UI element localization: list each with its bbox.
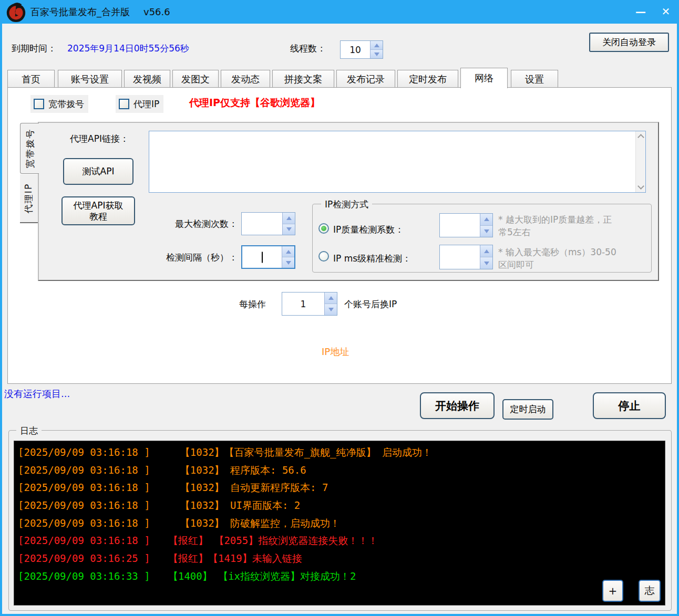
ip-ms-spinner[interactable]	[439, 245, 493, 269]
tab-post-dynamic[interactable]: 发动态	[221, 70, 270, 88]
proxy-ip-checkbox[interactable]: 代理IP	[116, 95, 163, 113]
per-op-prefix-label: 每操作	[239, 298, 266, 310]
tab-post-video[interactable]: 发视频	[124, 70, 170, 88]
ip-quality-radio-label: IP质量检测系数：	[333, 224, 404, 236]
spin-up-button[interactable]	[480, 214, 492, 225]
tab-account-settings[interactable]: 账号设置	[58, 70, 122, 88]
log-line: [2025/09/09 03:16:18 ] 【1032】【百家号批量发布_旗舰…	[18, 446, 432, 460]
proxy-warning-note: 代理IP仅支持【谷歌浏览器】	[189, 96, 320, 110]
expiry-label: 到期时间：	[12, 43, 56, 55]
log-plus-button[interactable]: +	[602, 580, 623, 602]
max-check-value[interactable]	[242, 213, 282, 235]
stop-button[interactable]: 停止	[593, 392, 666, 419]
per-op-value[interactable]: 1	[282, 293, 324, 315]
tab-settings[interactable]: 设置	[511, 70, 558, 88]
broadband-dial-checkbox[interactable]: 宽带拨号	[30, 95, 88, 113]
spin-down-button[interactable]	[371, 49, 383, 58]
window-version: v56.6	[143, 6, 170, 17]
down-arrow-icon	[374, 53, 379, 56]
down-arrow-icon	[286, 227, 292, 231]
side-tab-proxy-ip[interactable]: 代理IP	[20, 174, 38, 223]
tab-splice-copy[interactable]: 拼接文案	[272, 70, 334, 88]
checkbox-box[interactable]	[34, 99, 44, 109]
spin-down-button[interactable]	[282, 257, 294, 268]
up-arrow-icon	[286, 216, 292, 220]
per-op-spinner[interactable]: 1	[282, 292, 337, 316]
app-window: 百家号批量发布_合并版 v56.6 — ✕ 到期时间： 2025年9月14日0时…	[0, 0, 679, 616]
threads-label: 线程数：	[290, 43, 326, 55]
check-interval-spinner[interactable]	[241, 245, 295, 269]
ip-quality-value[interactable]	[440, 214, 480, 237]
tab-network[interactable]: 网络	[460, 68, 508, 88]
spin-up-button[interactable]	[283, 213, 295, 224]
max-check-label: 最大检测次数：	[152, 218, 238, 230]
minimize-button[interactable]: —	[630, 3, 652, 20]
spin-down-button[interactable]	[325, 304, 337, 315]
spin-up-button[interactable]	[371, 41, 383, 49]
up-arrow-icon	[374, 44, 379, 47]
scroll-down-icon[interactable]	[637, 183, 644, 190]
ip-address-label: IP地址	[322, 346, 349, 358]
log-line: [2025/09/09 03:16:33 ] 【1400】 【ix指纹浏览器】对…	[18, 570, 356, 583]
scroll-up-icon[interactable]	[637, 134, 644, 141]
tab-publish-records[interactable]: 发布记录	[336, 70, 395, 88]
log-line: [2025/09/09 03:16:18 ] 【1032】 程序版本: 56.6	[18, 464, 306, 477]
tab-post-article[interactable]: 发图文	[172, 70, 219, 88]
close-button[interactable]: ✕	[655, 3, 677, 20]
text-cursor	[262, 252, 263, 263]
side-tab-broadband[interactable]: 宽带拨号	[20, 123, 39, 174]
up-arrow-icon	[484, 249, 489, 253]
log-line: [2025/09/09 03:16:18 ] 【1032】 防破解监控，启动成功…	[18, 517, 340, 530]
window-title: 百家号批量发布_合并版	[30, 6, 130, 18]
checkbox-box[interactable]	[119, 99, 129, 109]
threads-value[interactable]: 10	[341, 41, 370, 58]
max-check-spinner[interactable]	[241, 212, 295, 235]
checkbox-label: 宽带拨号	[48, 98, 84, 110]
log-zhi-button[interactable]: 志	[639, 580, 661, 602]
log-line: [2025/09/09 03:16:18 ] 【1032】 UI界面版本: 2	[18, 499, 300, 513]
checkbox-label: 代理IP	[133, 98, 159, 110]
log-line: [2025/09/09 03:16:18 ] 【报红】 【2055】指纹浏览器连…	[18, 534, 378, 548]
tab-scheduled-publish[interactable]: 定时发布	[397, 70, 458, 88]
check-interval-value[interactable]	[242, 246, 282, 268]
proxy-api-tutorial-button[interactable]: 代理API获取 教程	[61, 196, 135, 225]
log-title: 日志	[16, 425, 42, 437]
scheduled-start-button[interactable]: 定时启动	[502, 399, 553, 420]
up-arrow-icon	[286, 250, 291, 254]
spin-up-button[interactable]	[282, 246, 294, 257]
proxy-api-link-label: 代理API链接：	[70, 133, 129, 145]
down-arrow-icon	[328, 308, 334, 311]
status-text: 没有运行项目...	[4, 388, 70, 400]
app-logo-icon	[5, 1, 27, 23]
proxy-api-link-textarea[interactable]	[149, 131, 646, 193]
textarea-scrollbar[interactable]	[635, 131, 645, 192]
down-arrow-icon	[286, 261, 291, 265]
ip-quality-spinner[interactable]	[439, 213, 493, 237]
spin-down-button[interactable]	[480, 257, 492, 269]
check-interval-label: 检测间隔（秒）：	[143, 252, 238, 264]
up-arrow-icon	[484, 217, 489, 221]
expiry-value: 2025年9月14日0时55分56秒	[67, 43, 189, 55]
per-op-suffix-label: 个账号后换IP	[344, 298, 397, 310]
test-api-button[interactable]: 测试API	[63, 158, 133, 185]
ip-ms-radio[interactable]	[318, 251, 329, 262]
threads-spinner[interactable]: 10	[340, 40, 383, 59]
ip-quality-hint: * 越大取到的IP质量越差，正 常5左右	[498, 213, 612, 238]
ip-ms-value[interactable]	[440, 245, 480, 269]
up-arrow-icon	[328, 296, 334, 300]
down-arrow-icon	[484, 262, 489, 265]
title-bar: 百家号批量发布_合并版 v56.6 — ✕	[0, 0, 679, 24]
close-autologin-button[interactable]: 关闭自动登录	[589, 33, 669, 52]
log-line: [2025/09/09 03:16:25 ] 【报红】【1419】未输入链接	[18, 552, 302, 566]
ip-quality-radio[interactable]	[318, 223, 329, 234]
groupbox-title: IP检测方式	[321, 199, 372, 211]
ip-ms-hint: * 输入最大毫秒（ms）30-50 区间即可	[498, 246, 616, 271]
spin-up-button[interactable]	[325, 293, 337, 304]
ip-ms-radio-label: IP ms级精准检测：	[333, 253, 411, 265]
start-operation-button[interactable]: 开始操作	[420, 392, 495, 419]
spin-down-button[interactable]	[283, 224, 295, 235]
spin-up-button[interactable]	[480, 245, 492, 257]
log-line: [2025/09/09 03:16:18 ] 【1032】 自动更新程序版本: …	[18, 481, 328, 495]
spin-down-button[interactable]	[480, 225, 492, 237]
tab-home[interactable]: 首页	[7, 70, 55, 88]
